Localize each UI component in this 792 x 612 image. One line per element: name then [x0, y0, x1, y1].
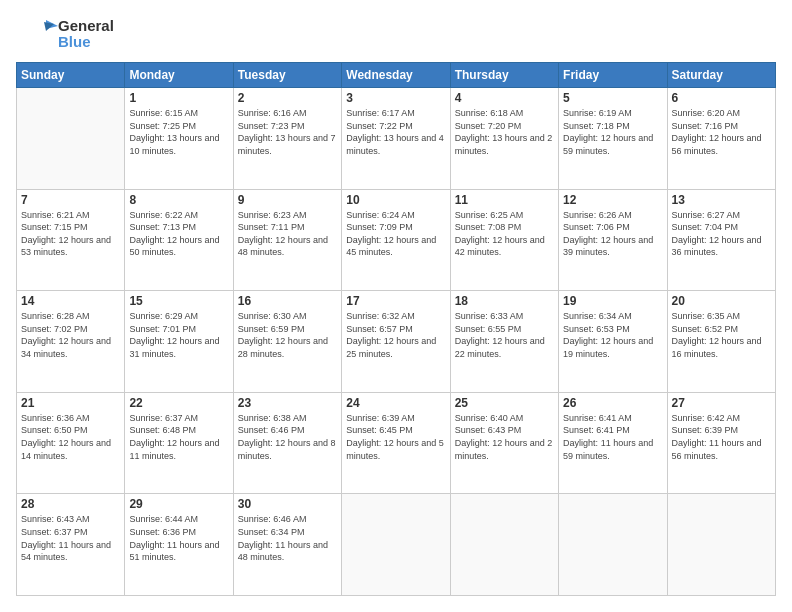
- daylight-label: Daylight: 13 hours and 7 minutes.: [238, 133, 336, 156]
- page: General Blue SundayMondayTuesdayWednesda…: [0, 0, 792, 612]
- sunrise-label: Sunrise: 6:22 AM: [129, 210, 198, 220]
- sunrise-label: Sunrise: 6:23 AM: [238, 210, 307, 220]
- sunset-label: Sunset: 7:16 PM: [672, 121, 739, 131]
- calendar-day-cell: 12 Sunrise: 6:26 AM Sunset: 7:06 PM Dayl…: [559, 189, 667, 291]
- day-info: Sunrise: 6:32 AM Sunset: 6:57 PM Dayligh…: [346, 310, 445, 360]
- calendar-day-header: Saturday: [667, 63, 775, 88]
- daylight-label: Daylight: 12 hours and 50 minutes.: [129, 235, 219, 258]
- day-number: 11: [455, 193, 554, 207]
- sunrise-label: Sunrise: 6:19 AM: [563, 108, 632, 118]
- calendar-day-cell: 1 Sunrise: 6:15 AM Sunset: 7:25 PM Dayli…: [125, 88, 233, 190]
- sunset-label: Sunset: 7:01 PM: [129, 324, 196, 334]
- daylight-label: Daylight: 11 hours and 56 minutes.: [672, 438, 762, 461]
- day-number: 22: [129, 396, 228, 410]
- day-number: 3: [346, 91, 445, 105]
- daylight-label: Daylight: 12 hours and 8 minutes.: [238, 438, 336, 461]
- calendar-day-cell: 25 Sunrise: 6:40 AM Sunset: 6:43 PM Dayl…: [450, 392, 558, 494]
- calendar-day-cell: 13 Sunrise: 6:27 AM Sunset: 7:04 PM Dayl…: [667, 189, 775, 291]
- daylight-label: Daylight: 12 hours and 45 minutes.: [346, 235, 436, 258]
- sunrise-label: Sunrise: 6:18 AM: [455, 108, 524, 118]
- sunset-label: Sunset: 6:39 PM: [672, 425, 739, 435]
- calendar-day-cell: [667, 494, 775, 596]
- day-info: Sunrise: 6:36 AM Sunset: 6:50 PM Dayligh…: [21, 412, 120, 462]
- calendar-day-cell: 8 Sunrise: 6:22 AM Sunset: 7:13 PM Dayli…: [125, 189, 233, 291]
- day-number: 21: [21, 396, 120, 410]
- day-number: 6: [672, 91, 771, 105]
- day-number: 4: [455, 91, 554, 105]
- day-number: 25: [455, 396, 554, 410]
- sunrise-label: Sunrise: 6:32 AM: [346, 311, 415, 321]
- daylight-label: Daylight: 13 hours and 10 minutes.: [129, 133, 219, 156]
- daylight-label: Daylight: 12 hours and 42 minutes.: [455, 235, 545, 258]
- day-number: 30: [238, 497, 337, 511]
- day-number: 16: [238, 294, 337, 308]
- daylight-label: Daylight: 12 hours and 53 minutes.: [21, 235, 111, 258]
- day-info: Sunrise: 6:24 AM Sunset: 7:09 PM Dayligh…: [346, 209, 445, 259]
- sunset-label: Sunset: 6:37 PM: [21, 527, 88, 537]
- sunset-label: Sunset: 7:08 PM: [455, 222, 522, 232]
- sunset-label: Sunset: 7:18 PM: [563, 121, 630, 131]
- calendar-day-header: Thursday: [450, 63, 558, 88]
- calendar-week-row: 7 Sunrise: 6:21 AM Sunset: 7:15 PM Dayli…: [17, 189, 776, 291]
- calendar-day-cell: 21 Sunrise: 6:36 AM Sunset: 6:50 PM Dayl…: [17, 392, 125, 494]
- calendar-day-cell: [17, 88, 125, 190]
- day-info: Sunrise: 6:38 AM Sunset: 6:46 PM Dayligh…: [238, 412, 337, 462]
- day-number: 1: [129, 91, 228, 105]
- day-number: 5: [563, 91, 662, 105]
- sunrise-label: Sunrise: 6:46 AM: [238, 514, 307, 524]
- calendar-day-cell: [559, 494, 667, 596]
- daylight-label: Daylight: 12 hours and 39 minutes.: [563, 235, 653, 258]
- daylight-label: Daylight: 13 hours and 2 minutes.: [455, 133, 553, 156]
- calendar-day-cell: 27 Sunrise: 6:42 AM Sunset: 6:39 PM Dayl…: [667, 392, 775, 494]
- sunrise-label: Sunrise: 6:28 AM: [21, 311, 90, 321]
- day-number: 2: [238, 91, 337, 105]
- daylight-label: Daylight: 11 hours and 59 minutes.: [563, 438, 653, 461]
- calendar-header-row: SundayMondayTuesdayWednesdayThursdayFrid…: [17, 63, 776, 88]
- sunset-label: Sunset: 6:53 PM: [563, 324, 630, 334]
- header: General Blue: [16, 16, 776, 52]
- day-info: Sunrise: 6:19 AM Sunset: 7:18 PM Dayligh…: [563, 107, 662, 157]
- daylight-label: Daylight: 12 hours and 5 minutes.: [346, 438, 444, 461]
- day-info: Sunrise: 6:20 AM Sunset: 7:16 PM Dayligh…: [672, 107, 771, 157]
- day-info: Sunrise: 6:26 AM Sunset: 7:06 PM Dayligh…: [563, 209, 662, 259]
- day-info: Sunrise: 6:30 AM Sunset: 6:59 PM Dayligh…: [238, 310, 337, 360]
- calendar-day-cell: 19 Sunrise: 6:34 AM Sunset: 6:53 PM Dayl…: [559, 291, 667, 393]
- calendar-day-cell: 20 Sunrise: 6:35 AM Sunset: 6:52 PM Dayl…: [667, 291, 775, 393]
- calendar-day-cell: [342, 494, 450, 596]
- day-info: Sunrise: 6:33 AM Sunset: 6:55 PM Dayligh…: [455, 310, 554, 360]
- daylight-label: Daylight: 12 hours and 34 minutes.: [21, 336, 111, 359]
- calendar-week-row: 28 Sunrise: 6:43 AM Sunset: 6:37 PM Dayl…: [17, 494, 776, 596]
- calendar-day-cell: 26 Sunrise: 6:41 AM Sunset: 6:41 PM Dayl…: [559, 392, 667, 494]
- sunrise-label: Sunrise: 6:38 AM: [238, 413, 307, 423]
- day-info: Sunrise: 6:16 AM Sunset: 7:23 PM Dayligh…: [238, 107, 337, 157]
- daylight-label: Daylight: 12 hours and 22 minutes.: [455, 336, 545, 359]
- sunset-label: Sunset: 7:20 PM: [455, 121, 522, 131]
- calendar-table: SundayMondayTuesdayWednesdayThursdayFrid…: [16, 62, 776, 596]
- day-number: 14: [21, 294, 120, 308]
- day-number: 13: [672, 193, 771, 207]
- day-info: Sunrise: 6:41 AM Sunset: 6:41 PM Dayligh…: [563, 412, 662, 462]
- sunrise-label: Sunrise: 6:44 AM: [129, 514, 198, 524]
- calendar-body: 1 Sunrise: 6:15 AM Sunset: 7:25 PM Dayli…: [17, 88, 776, 596]
- sunset-label: Sunset: 6:46 PM: [238, 425, 305, 435]
- sunrise-label: Sunrise: 6:27 AM: [672, 210, 741, 220]
- logo-blue: Blue: [58, 34, 114, 51]
- sunset-label: Sunset: 6:41 PM: [563, 425, 630, 435]
- sunset-label: Sunset: 7:15 PM: [21, 222, 88, 232]
- day-info: Sunrise: 6:46 AM Sunset: 6:34 PM Dayligh…: [238, 513, 337, 563]
- sunset-label: Sunset: 7:23 PM: [238, 121, 305, 131]
- daylight-label: Daylight: 12 hours and 31 minutes.: [129, 336, 219, 359]
- sunrise-label: Sunrise: 6:29 AM: [129, 311, 198, 321]
- calendar-week-row: 1 Sunrise: 6:15 AM Sunset: 7:25 PM Dayli…: [17, 88, 776, 190]
- day-number: 28: [21, 497, 120, 511]
- sunset-label: Sunset: 6:57 PM: [346, 324, 413, 334]
- daylight-label: Daylight: 11 hours and 54 minutes.: [21, 540, 111, 563]
- calendar-day-cell: 6 Sunrise: 6:20 AM Sunset: 7:16 PM Dayli…: [667, 88, 775, 190]
- sunrise-label: Sunrise: 6:39 AM: [346, 413, 415, 423]
- calendar-day-cell: 16 Sunrise: 6:30 AM Sunset: 6:59 PM Dayl…: [233, 291, 341, 393]
- sunrise-label: Sunrise: 6:42 AM: [672, 413, 741, 423]
- calendar-week-row: 21 Sunrise: 6:36 AM Sunset: 6:50 PM Dayl…: [17, 392, 776, 494]
- sunset-label: Sunset: 7:09 PM: [346, 222, 413, 232]
- sunrise-label: Sunrise: 6:16 AM: [238, 108, 307, 118]
- sunset-label: Sunset: 7:22 PM: [346, 121, 413, 131]
